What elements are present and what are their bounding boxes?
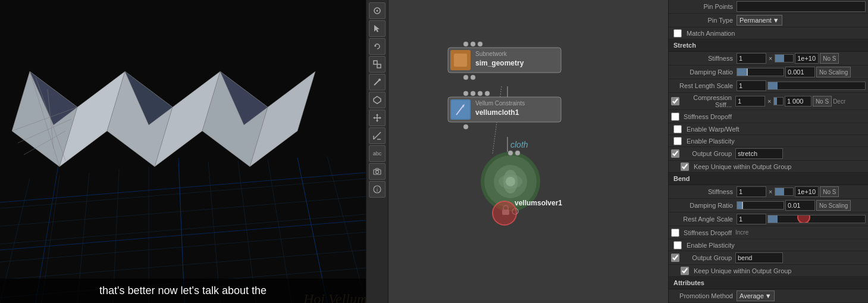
text-tool-btn[interactable]: abc: [369, 145, 386, 162]
enable-warp-checkbox[interactable]: [673, 125, 682, 133]
compression-stiffness-checkbox[interactable]: [671, 97, 679, 105]
enable-warp-label: Enable Warp/Weft: [687, 126, 739, 133]
properties-panel: Pin Points Pin Type Permanent ▼ Match An…: [668, 0, 868, 303]
compression-stiffness-label: Compression Stiff...: [682, 94, 735, 108]
compression-stiffness-slider[interactable]: [773, 97, 783, 105]
svg-point-78: [485, 91, 490, 96]
bend-damping-no-scaling-btn[interactable]: No Scaling: [816, 200, 851, 211]
bend-stiffness-slider[interactable]: [775, 188, 794, 196]
bend-output-group-checkbox[interactable]: [671, 254, 679, 262]
pin-type-dropdown[interactable]: Permanent ▼: [737, 15, 782, 26]
bend-output-group-label: Output Group: [682, 254, 735, 261]
svg-point-67: [478, 42, 482, 46]
promotion-method-dropdown[interactable]: Average ▼: [737, 290, 775, 301]
svg-point-77: [478, 91, 482, 96]
enable-plasticity-stretch-checkbox[interactable]: [673, 137, 682, 145]
pin-type-row: Pin Type Permanent ▼: [669, 14, 868, 27]
bend-rest-angle-input[interactable]: [737, 214, 766, 224]
svg-marker-51: [373, 117, 375, 119]
info-tool-btn[interactable]: i: [369, 181, 386, 198]
expand-tool-btn[interactable]: [369, 127, 386, 144]
toolbar: abc i: [366, 0, 388, 303]
scale-tool-btn[interactable]: [369, 56, 386, 73]
stretch-damping-slider[interactable]: [737, 68, 784, 76]
stretch-damping-input[interactable]: [785, 67, 815, 77]
camera-tool-btn[interactable]: [369, 163, 386, 180]
svg-rect-70: [454, 54, 467, 67]
bend-damping-label: Damping Ratio: [671, 202, 737, 209]
svg-point-98: [493, 201, 516, 225]
bend-stiffness-label: Stiffness: [671, 188, 737, 195]
brush-tool-btn[interactable]: [369, 74, 386, 90]
bend-stiffness-dropoff-label: Stiffness Dropoff: [682, 229, 735, 236]
stretch-damping-label: Damping Ratio: [671, 68, 737, 76]
select-tool-btn[interactable]: [369, 20, 386, 37]
svg-point-86: [463, 124, 468, 129]
bend-stiffness-no-scaling-btn[interactable]: No S: [820, 186, 839, 197]
stretch-stiffness-dropoff-row: Stiffness Dropoff: [669, 110, 868, 123]
bend-stiffness-input[interactable]: [737, 186, 766, 197]
svg-point-92: [506, 177, 515, 186]
stretch-rest-length-input[interactable]: [737, 80, 766, 91]
view-tool-btn[interactable]: [369, 2, 386, 19]
paint-tool-btn[interactable]: [369, 92, 386, 108]
compression-decr: Decr: [833, 98, 845, 105]
bend-output-group-input[interactable]: [735, 252, 783, 263]
bend-damping-input[interactable]: [785, 200, 815, 211]
cloth-label: cloth: [510, 140, 528, 149]
svg-text:Vellum Constraints: Vellum Constraints: [475, 100, 525, 107]
subtitle-text: that's better now let's talk about the: [99, 285, 267, 296]
enable-plasticity-stretch-label: Enable Plasticity: [687, 138, 735, 145]
stretch-stiffness-slider[interactable]: [775, 54, 794, 63]
bend-keep-unique-checkbox[interactable]: [681, 267, 689, 275]
pin-points-label: Pin Points: [671, 3, 737, 10]
pin-type-label: Pin Type: [671, 17, 737, 24]
stretch-output-group-input[interactable]: [735, 148, 783, 159]
enable-plasticity-stretch-row: Enable Plasticity: [669, 135, 868, 147]
move-tool-btn[interactable]: [369, 110, 386, 126]
compression-no-scaling-btn[interactable]: No S: [813, 96, 832, 107]
bend-rest-angle-slider[interactable]: [767, 215, 866, 223]
pin-points-row: Pin Points: [669, 0, 868, 14]
stretch-damping-no-scaling-btn[interactable]: No Scaling: [816, 67, 851, 77]
stretch-rest-length-label: Rest Length Scale: [671, 82, 737, 89]
svg-marker-40: [374, 25, 380, 32]
svg-text:sim_geometry: sim_geometry: [475, 59, 524, 67]
stretch-stiffness-input[interactable]: [737, 53, 766, 64]
stretch-stiffness-exp: 1e+10: [795, 53, 819, 64]
svg-rect-61: [388, 0, 668, 303]
svg-line-53: [374, 132, 381, 139]
bend-keep-unique-label: Keep Unique within Output Group: [694, 267, 792, 274]
svg-text:Subnetwork: Subnetwork: [475, 51, 507, 57]
enable-plasticity-bend-label: Enable Plasticity: [687, 242, 735, 249]
stretch-output-group-row: Output Group: [669, 147, 868, 161]
svg-text:vellumcloth1: vellumcloth1: [475, 108, 519, 117]
bend-stiffness-row: Stiffness × 1e+10 No S: [669, 185, 868, 199]
stretch-stiffness-dropoff-checkbox[interactable]: [671, 113, 679, 121]
svg-point-39: [377, 10, 378, 12]
bend-damping-slider[interactable]: [737, 201, 784, 210]
viewport: Hoi Vellum that's better now let's talk …: [0, 0, 366, 303]
match-animation-row: Match Animation: [669, 27, 868, 39]
svg-text:i: i: [377, 187, 378, 193]
svg-rect-42: [374, 61, 377, 64]
svg-point-65: [463, 42, 468, 46]
rotate-tool-btn[interactable]: [369, 38, 386, 55]
subtitle-bar: that's better now let's talk about the: [0, 279, 366, 303]
bend-stiffness-dropoff-row: Stiffness Dropoff Incre: [669, 226, 868, 239]
svg-rect-43: [377, 64, 381, 68]
stretch-stiffness-no-scaling-btn[interactable]: No S: [820, 53, 839, 64]
stretch-keep-unique-label: Keep Unique within Output Group: [694, 163, 792, 170]
svg-point-57: [376, 171, 379, 174]
stretch-output-group-label: Output Group: [682, 150, 735, 157]
compression-stiffness-input[interactable]: [735, 96, 765, 107]
enable-plasticity-bend-checkbox[interactable]: [673, 241, 682, 249]
stretch-keep-unique-checkbox[interactable]: [681, 163, 689, 171]
bend-stiffness-dropoff-checkbox[interactable]: [671, 229, 679, 237]
match-animation-checkbox[interactable]: [673, 29, 682, 38]
stretch-rest-length-slider[interactable]: [767, 82, 866, 90]
stretch-section-header: Stretch: [669, 39, 868, 52]
bend-output-group-row: Output Group: [669, 251, 868, 265]
stretch-output-group-checkbox[interactable]: [671, 149, 679, 158]
svg-point-45: [378, 79, 381, 81]
